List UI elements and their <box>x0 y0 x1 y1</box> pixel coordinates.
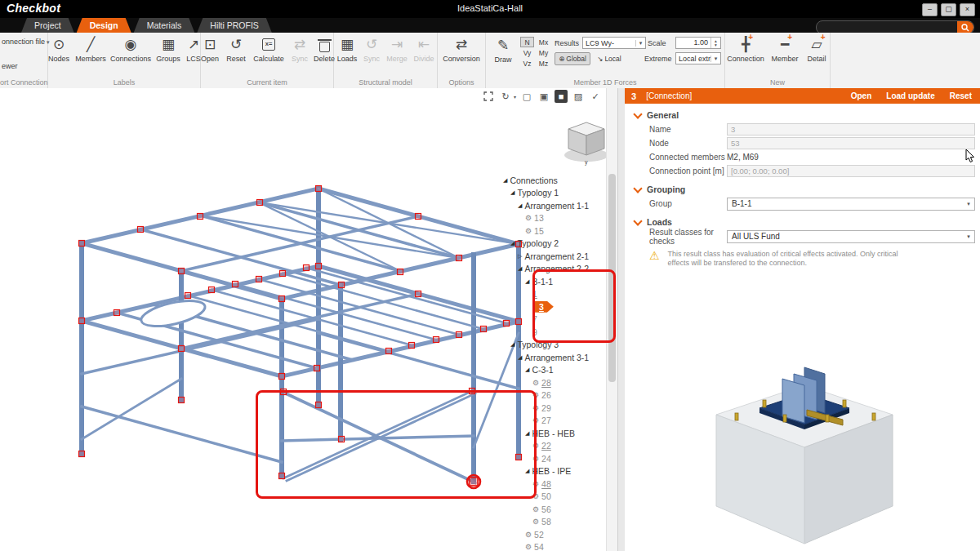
tree-item[interactable]: ⚙52 <box>500 528 604 541</box>
tree-expanded-icon[interactable]: ◢ <box>518 265 522 272</box>
tree-item[interactable]: ⚙13 <box>500 212 604 225</box>
tab-design[interactable]: Design <box>77 18 131 33</box>
reset-button[interactable]: ↺Reset <box>223 34 249 63</box>
fit-view-icon[interactable] <box>482 90 495 103</box>
tree-item[interactable]: ⚙48 <box>500 478 604 491</box>
section-loads[interactable]: Loads <box>635 217 980 227</box>
component-my[interactable]: My <box>537 47 550 58</box>
scrollbar-thumb[interactable] <box>608 174 616 382</box>
tree-expanded-icon[interactable]: ◢ <box>510 341 514 348</box>
new-detail-button[interactable]: ▱+ Detail <box>802 34 831 63</box>
tree-item[interactable]: ⚙24 <box>500 452 604 465</box>
tree-collapsed-icon[interactable]: ▷ <box>518 253 522 260</box>
section-general[interactable]: General <box>635 110 980 120</box>
tree-expanded-icon[interactable]: ◢ <box>518 354 522 361</box>
open-button[interactable]: ⊡Open <box>197 34 223 63</box>
tree-item[interactable]: ⚙56 <box>500 503 604 516</box>
viewer-label[interactable]: ewer <box>2 62 18 70</box>
loads-button[interactable]: ▦Loads <box>334 34 360 63</box>
tree-item[interactable]: ⚙50 <box>500 491 604 504</box>
local-button[interactable]: ↘ Local <box>592 52 626 65</box>
panel-reset-button[interactable]: Reset <box>950 91 972 100</box>
tree-expanded-icon[interactable]: ◢ <box>510 189 514 196</box>
tree-item[interactable]: ⚙58 <box>500 516 604 529</box>
tree-item[interactable]: ◢HEB - IPE <box>500 465 604 478</box>
check-plates-icon[interactable]: ✓ <box>589 90 602 103</box>
tree-item[interactable]: 9 <box>500 326 604 339</box>
conversion-button[interactable]: ⇄Conversion <box>439 34 484 63</box>
solid-view-icon[interactable]: ■ <box>555 90 568 103</box>
chevron-down-icon[interactable]: ▾ <box>514 94 516 100</box>
calculate-button[interactable]: x=Calculate <box>249 34 288 63</box>
draw-button[interactable]: ✎ Draw <box>488 35 519 64</box>
name-field[interactable] <box>727 123 975 136</box>
transparent-view-icon[interactable]: ▨ <box>572 90 585 103</box>
tree-item[interactable]: ◢Arrangement 3-1 <box>500 351 604 364</box>
group-dropdown[interactable]: B-1-1▾ <box>727 198 975 211</box>
tree-item[interactable]: ◢B-1-1 <box>500 275 604 288</box>
tree-item[interactable]: ⚙27 <box>500 415 604 428</box>
tab-materials[interactable]: Materials <box>134 18 195 33</box>
tree-item[interactable]: ⚙54 <box>500 541 604 551</box>
results-dropdown[interactable]: LC9 Wy- ▾ <box>582 37 646 49</box>
new-connection-button[interactable]: ╋+ Connection <box>724 34 768 63</box>
maximize-button[interactable]: ▢ <box>941 3 956 16</box>
new-member-button[interactable]: ━+ Member <box>768 34 802 63</box>
selected-node-marker[interactable] <box>467 475 480 488</box>
node-field[interactable] <box>727 137 975 149</box>
panel-open-button[interactable]: Open <box>851 91 872 100</box>
component-vy[interactable]: Vy <box>520 47 534 58</box>
global-button[interactable]: ⊕ Global <box>555 52 590 65</box>
panel-load-update-button[interactable]: Load update <box>886 91 934 100</box>
component-vz[interactable]: Vz <box>520 58 534 69</box>
tree-item[interactable]: ⚙22 <box>500 440 604 453</box>
tree-item[interactable]: ⚙29 <box>500 402 604 415</box>
tree-item[interactable]: ⚙28 <box>500 376 604 389</box>
tree-item[interactable]: ◢Arrangement 1-1 <box>500 199 604 212</box>
tree-item[interactable]: ◢Typology 3 <box>500 339 604 352</box>
minimize-button[interactable]: – <box>922 3 938 16</box>
spin-down-icon[interactable]: ▾ <box>715 43 717 47</box>
tree-item[interactable]: ◢C-3-1 <box>500 364 604 377</box>
tree-item[interactable]: ⚙26 <box>500 389 604 402</box>
tree-scrollbar[interactable] <box>606 88 617 551</box>
tree-expanded-icon[interactable]: ◢ <box>525 430 529 437</box>
tree-item[interactable]: ▷Arrangement 2-1 <box>500 250 604 263</box>
search-input[interactable] <box>817 22 957 33</box>
close-button[interactable]: × <box>960 3 975 16</box>
tree-expanded-icon[interactable]: ◢ <box>518 202 522 209</box>
tree-item[interactable]: ◢HEB - HEB <box>500 427 604 440</box>
connection-preview-3d[interactable] <box>702 358 915 551</box>
tree-item[interactable]: ⚙15 <box>500 224 604 238</box>
groups-button[interactable]: ▦Groups <box>154 34 183 63</box>
component-mx[interactable]: Mx <box>537 37 550 47</box>
tree-item[interactable]: ◢Typology 2 <box>500 238 604 251</box>
model-viewport[interactable]: ↻ ▾ ▢ ▣ ■ ▨ ✓ ⌂ y ◢Connections◢Typology … <box>0 88 617 551</box>
wireframe-view-icon[interactable]: ▢ <box>520 90 533 103</box>
extreme-dropdown[interactable]: Local extre... ▾ <box>675 52 721 64</box>
tab-hilti-profis[interactable]: Hilti PROFIS <box>197 18 272 33</box>
search-button[interactable] <box>957 21 973 33</box>
result-classes-dropdown[interactable]: All ULS Fund▾ <box>727 230 975 243</box>
tree-item[interactable]: ◢Typology 1 <box>500 187 604 200</box>
tree-item[interactable]: 3 <box>500 300 604 313</box>
tree-item[interactable]: 1 <box>500 288 604 301</box>
section-grouping[interactable]: Grouping <box>635 184 980 194</box>
rotate-view-icon[interactable]: ↻ <box>499 90 512 103</box>
component-n[interactable]: N <box>520 37 534 47</box>
connection-point-field[interactable] <box>727 165 975 177</box>
tree-expanded-icon[interactable]: ◢ <box>525 468 529 474</box>
tree-expanded-icon[interactable]: ◢ <box>525 367 529 373</box>
nodes-button[interactable]: ⊙Nodes <box>44 34 74 63</box>
scale-stepper[interactable]: 1.00 ▴▾ <box>675 37 721 49</box>
connections-button[interactable]: ◉Connections <box>108 34 154 63</box>
tree-item[interactable]: ◢Arrangement 2-2 <box>500 263 604 276</box>
tree-expanded-icon[interactable]: ◢ <box>503 177 507 184</box>
component-mz[interactable]: Mz <box>537 58 550 69</box>
import-file-label[interactable]: onnection file <box>2 38 45 46</box>
tree-expanded-icon[interactable]: ◢ <box>525 278 529 285</box>
tree-expanded-icon[interactable]: ◢ <box>510 240 514 247</box>
members-button[interactable]: ╱Members <box>74 34 108 63</box>
tab-project[interactable]: Project <box>21 18 74 33</box>
shaded-view-icon[interactable]: ▣ <box>537 90 550 103</box>
